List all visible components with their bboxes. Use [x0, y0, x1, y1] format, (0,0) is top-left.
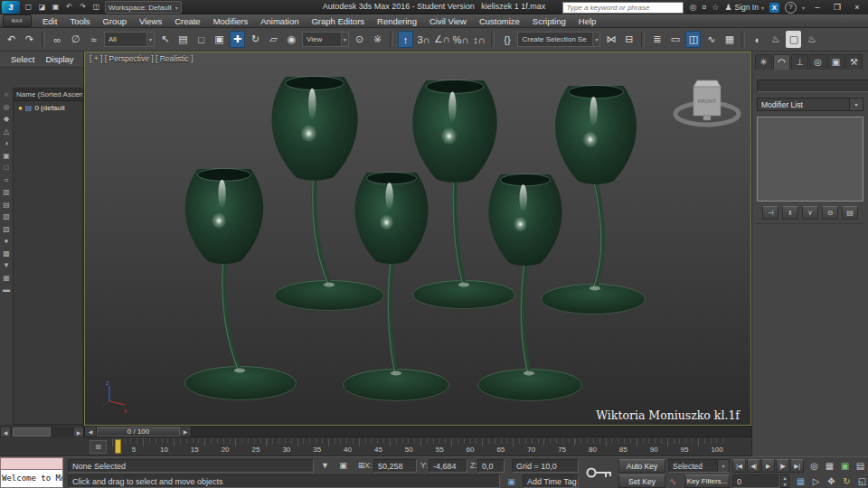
scroll-right-icon[interactable]: ▶ [73, 427, 84, 437]
menu-graph-editors[interactable]: Graph Editors [305, 16, 371, 26]
configure-modifier-sets-button[interactable]: ▤ [842, 206, 858, 220]
new-scene-icon[interactable]: ▢ [23, 2, 34, 13]
scene-explorer-toggle-icon[interactable]: ◫ [685, 31, 701, 48]
menu-rendering[interactable]: Rendering [371, 16, 423, 26]
maxscript-mini-listener[interactable]: Welcome to MAXScript [0, 457, 63, 488]
previous-frame-button[interactable]: ◀| [747, 459, 760, 473]
next-frame-button[interactable]: |▶ [776, 459, 789, 473]
lock-cell-editing-icon[interactable]: ▦ [2, 274, 11, 283]
display-lights-icon[interactable]: ◑ [2, 139, 11, 148]
menu-civil-view[interactable]: Civil View [423, 16, 473, 26]
restore-button[interactable]: ❐ [830, 3, 844, 12]
menu-scripting[interactable]: Scripting [526, 16, 572, 26]
named-selection-sets-dropdown[interactable]: Create Selection Se▾ [517, 32, 600, 47]
display-spacewarps-icon[interactable]: ≈ [2, 176, 11, 185]
tab-motion[interactable]: ◎ [809, 54, 826, 70]
listener-line[interactable]: Welcome to MAXScript [0, 470, 63, 488]
pin-icon[interactable]: ▼ [318, 459, 332, 472]
display-xrefs-icon[interactable]: ▤ [2, 201, 11, 210]
scroll-left-icon[interactable]: ◀ [0, 427, 11, 437]
selection-filter-dropdown[interactable]: All▾ [104, 32, 155, 47]
reference-coordinate-system-dropdown[interactable]: View▾ [302, 32, 349, 47]
play-button[interactable]: ▶ [761, 459, 775, 473]
align-icon[interactable]: ⊟ [621, 31, 637, 48]
select-and-scale-icon[interactable]: ▱ [266, 31, 281, 48]
x-coordinate-field[interactable]: 50,258 [373, 459, 417, 473]
perspective-viewport[interactable]: [ + ] [ Perspective ] [ Realistic ] FRON… [84, 52, 751, 426]
time-configuration-icon[interactable]: ▦ [794, 474, 807, 488]
tab-modify[interactable]: ◠ [773, 54, 790, 70]
add-time-tag[interactable]: Add Time Tag [523, 474, 579, 488]
pin-stack-button[interactable]: ⊣ [762, 206, 778, 220]
layer-explorer-icon[interactable]: ≣ [649, 31, 665, 48]
menu-customize[interactable]: Customize [473, 16, 526, 26]
help-icon[interactable]: ? [785, 2, 797, 14]
render-setup-icon[interactable]: ♨ [768, 31, 783, 48]
scrollbar-track[interactable] [11, 427, 73, 437]
viewport-label[interactable]: [ + ] [ Perspective ] [ Realistic ] [90, 54, 193, 63]
make-unique-button[interactable]: ⋎ [802, 206, 818, 220]
remove-modifier-button[interactable]: ⊖ [822, 206, 838, 220]
zoom-icon[interactable]: ▦ [823, 459, 836, 473]
material-editor-icon[interactable]: ◐ [750, 31, 765, 48]
maximize-viewport-toggle-icon[interactable]: ◱ [855, 474, 868, 488]
window-crossing-icon[interactable]: ▣ [212, 31, 227, 48]
menu-create[interactable]: Create [168, 16, 207, 26]
display-groups-icon[interactable]: ▥ [2, 188, 11, 197]
autodesk-exchange-icon[interactable]: X [769, 3, 779, 13]
object-name-field[interactable] [757, 80, 868, 92]
go-to-start-button[interactable]: |◀ [732, 459, 746, 473]
keyboard-shortcut-override-icon[interactable]: ↑ [398, 31, 413, 48]
go-to-end-button[interactable]: ▶| [790, 459, 804, 473]
current-frame-field[interactable]: 0 [732, 474, 780, 488]
percent-snap-icon[interactable]: %∩ [453, 31, 469, 48]
menu-tools[interactable]: Tools [63, 16, 96, 26]
track-bar[interactable]: ⊞ 51015202530354045505560657075808590951… [0, 437, 751, 456]
sign-in-button[interactable]: ♟ Sign In ▾ [724, 1, 764, 14]
open-mini-curve-editor-button[interactable]: ⊞ [90, 440, 107, 454]
explorer-column-header[interactable]: Name (Sorted Ascen [14, 89, 82, 101]
default-in-out-tangents-icon[interactable]: ∿ [669, 476, 676, 486]
menu-modifiers[interactable]: Modifiers [207, 16, 255, 26]
visibility-lightbulb-icon[interactable]: ● [18, 104, 23, 112]
rendered-frame-window-icon[interactable]: ▢ [786, 31, 801, 48]
mirror-icon[interactable]: ⋈ [603, 31, 618, 48]
favorites-icon[interactable]: ☆ [712, 1, 719, 14]
rectangular-selection-region-icon[interactable]: □ [193, 31, 209, 48]
list-item[interactable]: ● ▤ 0 (default [14, 101, 82, 114]
zoom-extents-icon[interactable]: ▣ [838, 459, 852, 473]
save-file-icon[interactable]: ▣ [50, 2, 61, 13]
display-geometry-icon[interactable]: ◆ [2, 115, 11, 124]
macro-recorder-line[interactable] [0, 457, 63, 470]
undo-icon[interactable]: ↶ [4, 31, 19, 48]
redo-icon[interactable]: ↷ [77, 2, 89, 13]
angle-snap-icon[interactable]: ∠∩ [434, 31, 450, 48]
explorer-horizontal-scrollbar[interactable]: ◀ ▶ [0, 425, 84, 437]
close-button[interactable]: × [850, 3, 864, 12]
menu-edit[interactable]: Edit [36, 16, 63, 26]
menu-views[interactable]: Views [133, 16, 168, 26]
search-input[interactable] [562, 2, 684, 14]
current-frame-marker[interactable] [115, 439, 121, 454]
key-filters-button[interactable]: Key Filters... [684, 474, 730, 488]
sync-selection-icon[interactable]: ▬ [2, 286, 11, 295]
orbit-icon[interactable]: ↻ [840, 474, 854, 488]
curve-editor-icon[interactable]: ∿ [703, 31, 719, 48]
y-coordinate-field[interactable]: -4,684 [429, 459, 467, 473]
set-key-button[interactable]: Set Key [618, 474, 665, 488]
field-of-view-icon[interactable]: ▷ [809, 474, 823, 488]
pan-icon[interactable]: ✥ [825, 474, 838, 488]
project-folder-icon[interactable]: ◫ [90, 2, 102, 13]
tab-utilities[interactable]: ⚒ [845, 54, 863, 70]
search-keyword-icon[interactable]: ◎ [689, 1, 696, 14]
display-frozen-icon[interactable]: ▩ [2, 249, 11, 258]
isolate-selection-icon[interactable]: ▣ [505, 475, 518, 488]
key-mode-toggle-icon[interactable]: ◎ [807, 459, 821, 473]
display-shapes-icon[interactable]: △ [2, 127, 11, 136]
select-object-icon[interactable]: ↖ [157, 31, 173, 48]
next-frame-arrow-icon[interactable]: ▶ [180, 427, 192, 436]
select-by-name-icon[interactable]: ▤ [175, 31, 191, 48]
display-cameras-icon[interactable]: ▣ [2, 152, 11, 161]
display-containers-icon[interactable]: ▨ [2, 225, 11, 234]
menu-group[interactable]: Group [97, 16, 133, 26]
